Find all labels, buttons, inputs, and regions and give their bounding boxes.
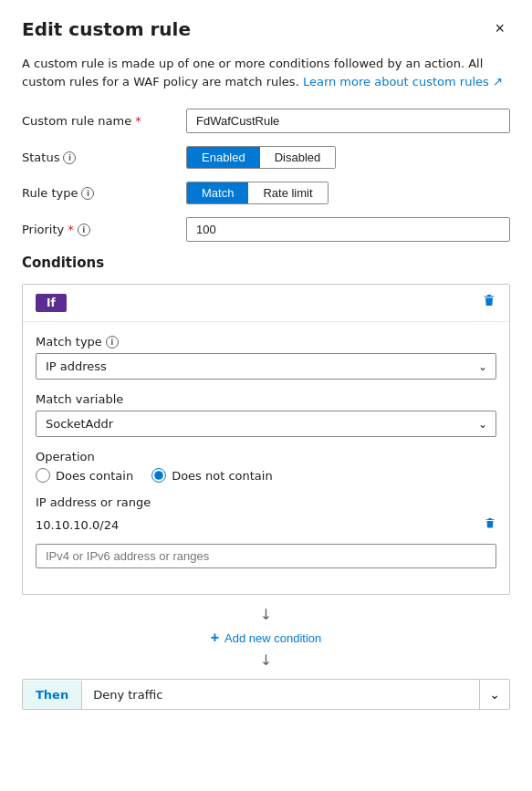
- match-type-field-label: Match type i: [36, 335, 496, 349]
- priority-label: Priority * i: [22, 223, 186, 236]
- does-not-contain-radio-label[interactable]: Does not contain: [151, 468, 273, 483]
- match-variable-field-label: Match variable: [36, 392, 496, 406]
- rule-type-control: Match Rate limit: [186, 182, 510, 204]
- status-toggle-group: Enabled Disabled: [186, 146, 336, 169]
- if-badge: If: [36, 294, 67, 312]
- condition-body: Match type i IP address ⌄ Match variable: [23, 322, 509, 594]
- rule-type-row: Rule type i Match Rate limit: [22, 182, 510, 204]
- does-contain-radio[interactable]: [36, 468, 50, 483]
- match-variable-select[interactable]: SocketAddr ⌄: [36, 411, 496, 437]
- then-action-value: Deny traffic: [93, 688, 162, 702]
- ip-range-list: 10.10.10.0/24: [36, 514, 496, 536]
- ip-range-group: IP address or range 10.10.10.0/24: [36, 495, 496, 568]
- status-row: Status i Enabled Disabled: [22, 146, 510, 169]
- ip-range-field-label: IP address or range: [36, 495, 496, 509]
- priority-info-icon[interactable]: i: [78, 224, 90, 236]
- custom-rule-name-row: Custom rule name *: [22, 109, 510, 133]
- rule-type-info-icon[interactable]: i: [81, 187, 94, 200]
- match-type-select-wrapper: IP address ⌄: [36, 353, 496, 380]
- custom-rule-name-control: [186, 109, 510, 133]
- custom-rule-name-label: Custom rule name *: [22, 114, 186, 128]
- operation-field-label: Operation: [36, 450, 496, 463]
- delete-ip-range-button[interactable]: [484, 517, 496, 533]
- match-type-select[interactable]: IP address ⌄: [36, 353, 496, 380]
- add-condition-row: ↓ + Add new condition ↓: [22, 608, 510, 668]
- condition-header: If: [23, 285, 509, 322]
- status-control: Enabled Disabled: [186, 146, 510, 169]
- match-variable-group: Match variable SocketAddr ⌄: [36, 392, 496, 437]
- panel-header: Edit custom rule ×: [22, 18, 510, 40]
- custom-rule-name-input[interactable]: [186, 109, 510, 133]
- trash-icon-svg: [482, 294, 496, 308]
- arrow-down-icon: ↓: [260, 608, 272, 622]
- add-condition-button[interactable]: + Add new condition: [203, 626, 329, 650]
- rule-type-toggle-group: Match Rate limit: [186, 182, 329, 204]
- ip-range-input[interactable]: [36, 544, 496, 568]
- delete-condition-button[interactable]: [482, 294, 496, 312]
- match-type-info-icon[interactable]: i: [106, 336, 119, 349]
- priority-input[interactable]: [186, 217, 510, 242]
- close-button[interactable]: ×: [489, 18, 510, 38]
- match-variable-value: SocketAddr: [46, 417, 113, 431]
- match-type-chevron-icon: ⌄: [478, 360, 487, 373]
- edit-custom-rule-panel: Edit custom rule × A custom rule is made…: [0, 0, 532, 791]
- match-type-value: IP address: [46, 359, 107, 373]
- does-not-contain-radio[interactable]: [151, 468, 166, 483]
- then-badge: Then: [23, 681, 82, 709]
- then-chevron-icon: ⌄: [489, 687, 500, 702]
- status-disabled-button[interactable]: Disabled: [260, 147, 336, 168]
- match-variable-select-wrapper: SocketAddr ⌄: [36, 411, 496, 437]
- priority-required-star: *: [68, 223, 74, 236]
- delete-ip-range-icon: [484, 517, 496, 530]
- rule-type-label: Rule type i: [22, 186, 186, 200]
- then-chevron-wrapper: ⌄: [479, 680, 509, 709]
- ip-range-value: 10.10.10.0/24: [36, 518, 119, 532]
- operation-group: Operation Does contain Does not contain: [36, 450, 496, 483]
- match-type-group: Match type i IP address ⌄: [36, 335, 496, 380]
- description-text: A custom rule is made up of one or more …: [22, 55, 510, 90]
- then-select-wrapper: Deny traffic: [82, 681, 479, 709]
- panel-title: Edit custom rule: [22, 18, 191, 40]
- status-info-icon[interactable]: i: [63, 151, 76, 164]
- does-contain-radio-label[interactable]: Does contain: [36, 468, 133, 483]
- status-enabled-button[interactable]: Enabled: [187, 147, 260, 168]
- required-star: *: [135, 114, 141, 128]
- plus-icon: +: [211, 630, 219, 646]
- rule-type-rate-limit-button[interactable]: Rate limit: [248, 182, 327, 203]
- condition-box: If Match type i IP address ⌄: [22, 284, 510, 595]
- match-variable-chevron-icon: ⌄: [478, 418, 487, 431]
- rule-type-match-button[interactable]: Match: [187, 182, 248, 203]
- conditions-section-title: Conditions: [22, 255, 510, 271]
- then-action-select[interactable]: Deny traffic: [82, 681, 479, 709]
- then-row: Then Deny traffic ⌄: [22, 679, 510, 710]
- operation-radio-group: Does contain Does not contain: [36, 468, 496, 483]
- priority-row: Priority * i: [22, 217, 510, 242]
- ip-range-item: 10.10.10.0/24: [36, 514, 496, 536]
- learn-more-link[interactable]: Learn more about custom rules ↗: [303, 75, 503, 88]
- status-label: Status i: [22, 151, 186, 164]
- external-link-icon: ↗: [493, 75, 503, 88]
- arrow-down-icon-2: ↓: [260, 653, 272, 668]
- priority-control: [186, 217, 510, 242]
